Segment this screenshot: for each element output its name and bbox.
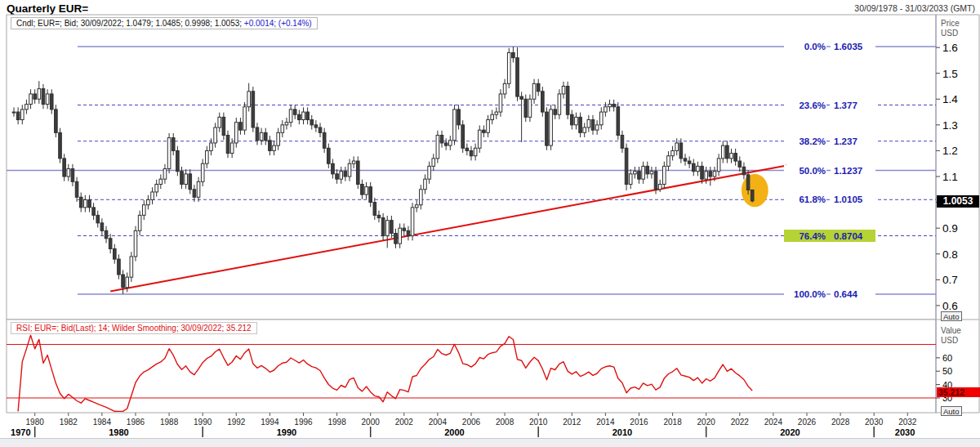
svg-text:1.0105: 1.0105 [834,194,863,204]
svg-text:1.377: 1.377 [834,101,858,110]
candle-legend-text: Cndl; EUR=; Bid; 30/09/2022; 1.0479; 1.0… [16,19,244,28]
chart-canvas[interactable]: 0.0%1.603523.6%1.37738.2%1.23750.0%1.123… [0,0,980,447]
svg-text:2032: 2032 [898,418,917,427]
svg-text:2002: 2002 [395,418,414,427]
x-axis-year-labels: 1980198219841986198819901992199419961998… [26,413,917,427]
svg-text:1970: 1970 [11,427,30,437]
svg-text:0.0%: 0.0% [804,42,826,51]
svg-text:2008: 2008 [496,418,514,427]
svg-text:1.5: 1.5 [942,68,958,80]
svg-text:2004: 2004 [429,418,448,427]
svg-text:61.8%: 61.8% [799,194,826,204]
svg-text:1994: 1994 [261,418,279,427]
svg-text:23.6%: 23.6% [799,101,826,110]
svg-text:1.6: 1.6 [942,42,958,54]
svg-text:100.0%: 100.0% [794,289,826,299]
svg-text:1.1: 1.1 [942,171,958,183]
svg-text:2010: 2010 [612,427,632,437]
svg-text:1980: 1980 [26,418,45,427]
price-axis-auto-button[interactable]: Auto [941,311,962,321]
svg-text:1990: 1990 [277,427,296,437]
svg-text:1.237: 1.237 [834,136,858,146]
svg-text:2020: 2020 [697,418,716,427]
svg-text:1998: 1998 [327,418,346,427]
svg-text:1984: 1984 [93,418,112,427]
svg-text:1988: 1988 [160,418,179,427]
svg-text:1980: 1980 [109,427,128,437]
svg-text:2026: 2026 [798,418,817,427]
svg-text:2016: 2016 [630,418,648,427]
svg-text:0.8704: 0.8704 [834,231,863,241]
bottom-strip [0,438,980,447]
svg-text:38.2%: 38.2% [799,136,826,146]
svg-text:2018: 2018 [663,418,682,427]
svg-text:50.0%: 50.0% [799,166,826,176]
svg-text:2000: 2000 [362,418,381,427]
rsi-legend[interactable]: RSI; EUR=; Bid(Last); 14; Wilder Smoothi… [11,322,257,334]
svg-text:2000: 2000 [444,427,464,437]
svg-text:1.1237: 1.1237 [834,166,862,176]
svg-text:2022: 2022 [731,418,750,427]
svg-text:1990: 1990 [194,418,212,427]
svg-text:1996: 1996 [294,418,313,427]
last-price-badge: 1.0053 [937,195,979,208]
rsi-axis-auto-button[interactable]: Auto [941,406,962,416]
price-axis-title: PriceUSD [941,19,960,38]
svg-text:2030: 2030 [865,418,884,427]
svg-text:0.8: 0.8 [942,248,958,261]
svg-text:2012: 2012 [563,418,581,427]
chart-window: Quarterly EUR= 30/09/1978 - 31/03/2033 (… [0,0,980,447]
svg-text:1982: 1982 [60,418,78,427]
svg-text:2020: 2020 [780,427,800,437]
svg-text:0.6: 0.6 [942,300,958,312]
price-axis-ticks: 1.61.51.41.31.21.110.90.80.70.6 [936,42,958,312]
svg-text:1992: 1992 [227,418,246,427]
svg-text:2028: 2028 [831,418,850,427]
highlight-ellipse [742,174,768,207]
svg-text:2010: 2010 [529,418,548,427]
svg-text:60: 60 [942,353,952,363]
svg-text:2024: 2024 [764,418,783,427]
main-chart-legend[interactable]: Cndl; EUR=; Bid; 30/09/2022; 1.0479; 1.0… [11,17,318,29]
svg-text:2030: 2030 [895,427,915,437]
svg-text:2014: 2014 [596,418,615,427]
svg-text:0.644: 0.644 [834,289,858,299]
svg-text:76.4%: 76.4% [799,231,826,241]
candle-legend-change: +0.0014; (+0.14%) [244,19,312,28]
svg-text:1986: 1986 [127,418,145,427]
rsi-legend-text: RSI; EUR=; Bid(Last); 14; Wilder Smoothi… [16,324,252,333]
svg-text:1.4: 1.4 [942,93,958,105]
x-axis-decade-labels: 1970198019902000201020202030 [11,427,915,437]
svg-text:1.2: 1.2 [942,145,958,157]
svg-text:0.7: 0.7 [942,274,958,286]
rsi-value-badge: 35.212 [937,387,980,397]
svg-text:1.6035: 1.6035 [834,42,863,51]
svg-text:1.3: 1.3 [942,119,958,132]
svg-text:2006: 2006 [462,418,481,427]
rsi-axis-title: ValueUSD [941,326,961,346]
svg-text:50: 50 [942,366,952,376]
svg-text:0.9: 0.9 [942,222,958,235]
